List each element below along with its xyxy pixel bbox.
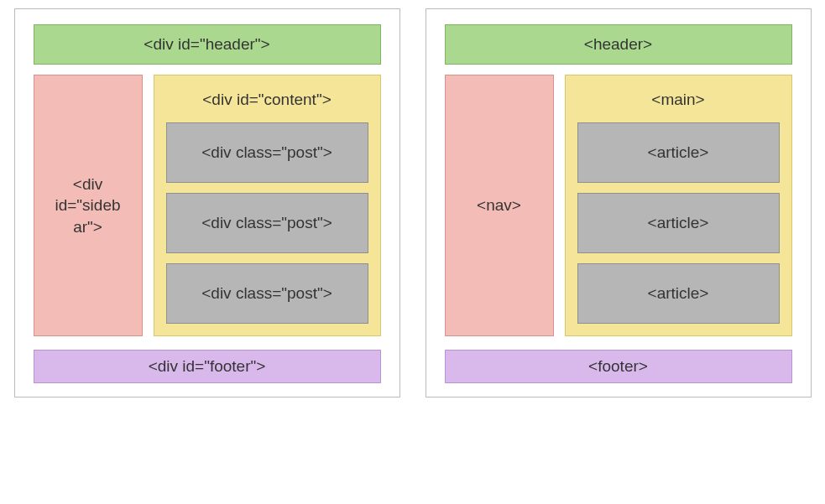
left-footer-label: <div id="footer"> <box>149 357 266 376</box>
left-mid-row: <div id="sideb ar"> <div id="content"> <… <box>34 75 381 336</box>
left-post-label: <div class="post"> <box>201 214 332 232</box>
right-post-label: <article> <box>648 143 709 162</box>
left-footer-box: <div id="footer"> <box>34 350 381 383</box>
right-content-box: <main> <article> <article> <article> <box>565 75 792 336</box>
right-post-box: <article> <box>577 193 780 253</box>
right-layout-panel: <header> <nav> <main> <article> <article… <box>426 8 812 397</box>
right-header-label: <header> <box>584 35 652 54</box>
right-sidebar-label: <nav> <box>477 195 521 216</box>
left-sidebar-box: <div id="sideb ar"> <box>34 75 143 336</box>
left-sidebar-label: <div id="sideb ar"> <box>39 174 137 238</box>
right-content-title: <main> <box>577 86 780 112</box>
left-post-box: <div class="post"> <box>166 263 368 324</box>
left-post-box: <div class="post"> <box>166 122 368 183</box>
right-post-label: <article> <box>648 284 709 303</box>
left-header-box: <div id="header"> <box>34 24 381 65</box>
left-post-label: <div class="post"> <box>201 284 332 303</box>
right-sidebar-box: <nav> <box>445 75 554 336</box>
right-post-box: <article> <box>577 263 780 324</box>
left-content-box: <div id="content"> <div class="post"> <d… <box>154 75 381 336</box>
right-content-title-label: <main> <box>651 91 704 108</box>
left-layout-panel: <div id="header"> <div id="sideb ar"> <d… <box>14 8 400 397</box>
right-post-label: <article> <box>648 214 709 232</box>
left-content-title: <div id="content"> <box>166 86 368 112</box>
left-content-title-label: <div id="content"> <box>202 91 331 108</box>
right-footer-label: <footer> <box>588 357 648 376</box>
left-header-label: <div id="header"> <box>144 35 269 54</box>
right-header-box: <header> <box>445 24 792 65</box>
left-post-label: <div class="post"> <box>201 143 332 162</box>
right-footer-box: <footer> <box>445 350 792 383</box>
right-post-box: <article> <box>577 122 780 183</box>
left-post-box: <div class="post"> <box>166 193 368 253</box>
right-mid-row: <nav> <main> <article> <article> <articl… <box>445 75 792 336</box>
